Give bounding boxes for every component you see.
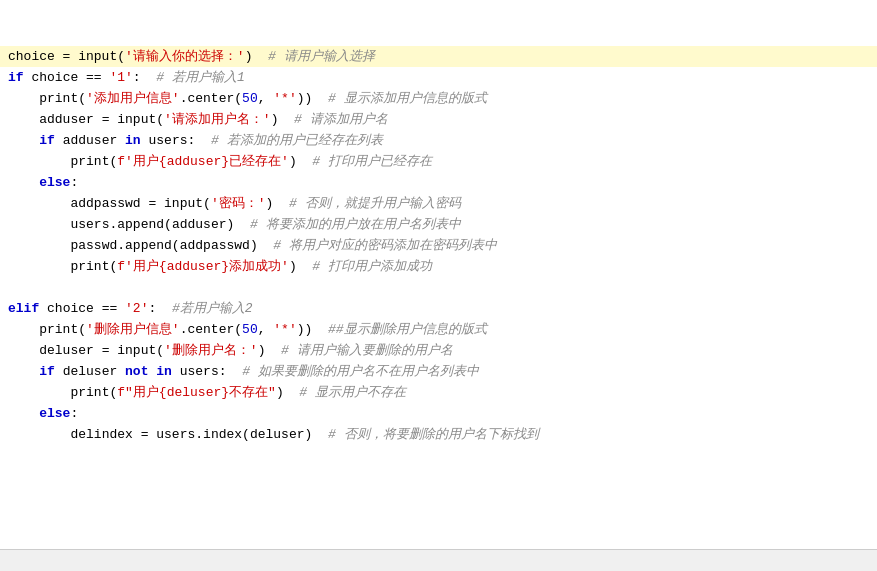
- token-func: print: [39, 322, 78, 337]
- line-content: elif choice == '2': #若用户输入2: [8, 298, 869, 319]
- token-var: users: [148, 133, 187, 148]
- token-punc: ==: [78, 70, 109, 85]
- token-str: '*': [273, 91, 296, 106]
- token-comment-zh: # 打印用户已经存在: [297, 154, 432, 169]
- token-var: adduser: [39, 112, 94, 127]
- token-func: input: [117, 343, 156, 358]
- token-punc: :: [70, 406, 78, 421]
- token-fstr: f"用户{deluser}不存在": [117, 385, 276, 400]
- token-var: choice: [47, 301, 94, 316]
- token-var: deluser: [63, 364, 118, 379]
- token-var: users: [180, 364, 219, 379]
- token-func: print: [39, 91, 78, 106]
- token-punc: ): [289, 154, 297, 169]
- token-kw: else: [39, 406, 70, 421]
- token-func: print: [70, 154, 109, 169]
- token-kw: if: [8, 70, 24, 85]
- code-line: print('删除用户信息'.center(50, '*')) ##显示删除用户…: [0, 319, 877, 340]
- token-var: adduser: [63, 133, 118, 148]
- code-line: print('添加用户信息'.center(50, '*')) # 显示添加用户…: [0, 88, 877, 109]
- token-punc: ): [250, 238, 258, 253]
- code-line: else:: [0, 172, 877, 193]
- token-str-zh: '请输入你的选择：': [125, 49, 245, 64]
- code-line: users.append(adduser) # 将要添加的用户放在用户名列表中: [0, 214, 877, 235]
- token-var: delindex: [70, 427, 132, 442]
- token-var: adduser: [172, 217, 227, 232]
- token-var: passwd: [70, 238, 117, 253]
- token-punc: ,: [258, 91, 274, 106]
- code-line: else:: [0, 403, 877, 424]
- token-kw: not: [125, 364, 148, 379]
- code-line: print(f"用户{deluser}不存在") # 显示用户不存在: [0, 382, 877, 403]
- token-comment-zh: # 若用户输入1: [141, 70, 245, 85]
- token-comment-zh: # 显示添加用户信息的版式: [312, 91, 486, 106]
- token-fstr: f'用户{adduser}已经存在': [117, 154, 289, 169]
- line-content: delindex = users.index(deluser) # 否则，将要删…: [8, 424, 869, 445]
- code-line: if deluser not in users: # 如果要删除的用户名不在用户…: [0, 361, 877, 382]
- token-comment-zh: # 将要添加的用户放在用户名列表中: [234, 217, 460, 232]
- token-func: input: [117, 112, 156, 127]
- token-comment-zh: # 如果要删除的用户名不在用户名列表中: [227, 364, 479, 379]
- token-kw: else: [39, 175, 70, 190]
- token-punc: =: [141, 196, 164, 211]
- code-editor: choice = input('请输入你的选择：') # 请用户输入选择if c…: [0, 0, 877, 571]
- code-line: delindex = users.index(deluser) # 否则，将要删…: [0, 424, 877, 445]
- token-func: input: [164, 196, 203, 211]
- token-str-zh: '删除用户名：': [164, 343, 258, 358]
- token-comment-zh: # 显示用户不存在: [284, 385, 406, 400]
- token-str-zh: '密码：': [211, 196, 266, 211]
- token-punc: )): [297, 322, 313, 337]
- token-comment-zh: # 若添加的用户已经存在列表: [195, 133, 382, 148]
- token-func: append: [125, 238, 172, 253]
- code-line: elif choice == '2': #若用户输入2: [0, 298, 877, 319]
- token-punc: =: [94, 112, 117, 127]
- token-punc: =: [94, 343, 117, 358]
- line-content: adduser = input('请添加用户名：') # 请添加用户名: [8, 109, 869, 130]
- token-punc: ): [276, 385, 284, 400]
- token-punc: [117, 133, 125, 148]
- token-var: deluser: [250, 427, 305, 442]
- token-func: append: [117, 217, 164, 232]
- line-content: choice = input('请输入你的选择：') # 请用户输入选择: [8, 46, 869, 67]
- token-var: choice: [8, 49, 55, 64]
- token-str-zh: '请添加用户名：': [164, 112, 271, 127]
- line-content: print(f'用户{adduser}添加成功') # 打印用户添加成功: [8, 256, 869, 277]
- code-line: passwd.append(addpasswd) # 将用户对应的密码添加在密码…: [0, 235, 877, 256]
- bottom-bar: [0, 549, 877, 571]
- token-punc: (: [117, 49, 125, 64]
- token-var: choice: [31, 70, 78, 85]
- token-var: users: [156, 427, 195, 442]
- token-num: 50: [242, 91, 258, 106]
- token-punc: :: [70, 175, 78, 190]
- token-comment-zh: # 请用户输入要删除的用户名: [265, 343, 452, 358]
- line-content: addpasswd = input('密码：') # 否则，就提升用户输入密码: [8, 193, 869, 214]
- code-block: choice = input('请输入你的选择：') # 请用户输入选择if c…: [0, 0, 877, 449]
- token-func: print: [70, 259, 109, 274]
- code-line: if adduser in users: # 若添加的用户已经存在列表: [0, 130, 877, 151]
- token-comment-zh: #若用户输入2: [156, 301, 252, 316]
- token-comment-zh: # 否则，就提升用户输入密码: [273, 196, 460, 211]
- token-punc: [55, 364, 63, 379]
- code-line: deluser = input('删除用户名：') # 请用户输入要删除的用户名: [0, 340, 877, 361]
- token-str: '*': [273, 322, 296, 337]
- token-punc: (: [234, 322, 242, 337]
- token-func: print: [70, 385, 109, 400]
- line-content: passwd.append(addpasswd) # 将用户对应的密码添加在密码…: [8, 235, 869, 256]
- code-line: choice = input('请输入你的选择：') # 请用户输入选择: [0, 46, 877, 67]
- token-punc: (: [234, 91, 242, 106]
- token-kw: elif: [8, 301, 39, 316]
- token-punc: ): [289, 259, 297, 274]
- token-punc: =: [133, 427, 156, 442]
- token-str-zh: '删除用户信息': [86, 322, 180, 337]
- token-punc: :: [219, 364, 227, 379]
- line-content: print(f'用户{adduser}已经存在') # 打印用户已经存在: [8, 151, 869, 172]
- code-line: addpasswd = input('密码：') # 否则，就提升用户输入密码: [0, 193, 877, 214]
- line-content: deluser = input('删除用户名：') # 请用户输入要删除的用户名: [8, 340, 869, 361]
- token-var: addpasswd: [70, 196, 140, 211]
- line-content: else:: [8, 403, 869, 424]
- token-punc: [39, 301, 47, 316]
- token-punc: [172, 364, 180, 379]
- token-punc: .: [117, 238, 125, 253]
- token-kw: in: [125, 133, 141, 148]
- token-str-zh: '添加用户信息': [86, 91, 180, 106]
